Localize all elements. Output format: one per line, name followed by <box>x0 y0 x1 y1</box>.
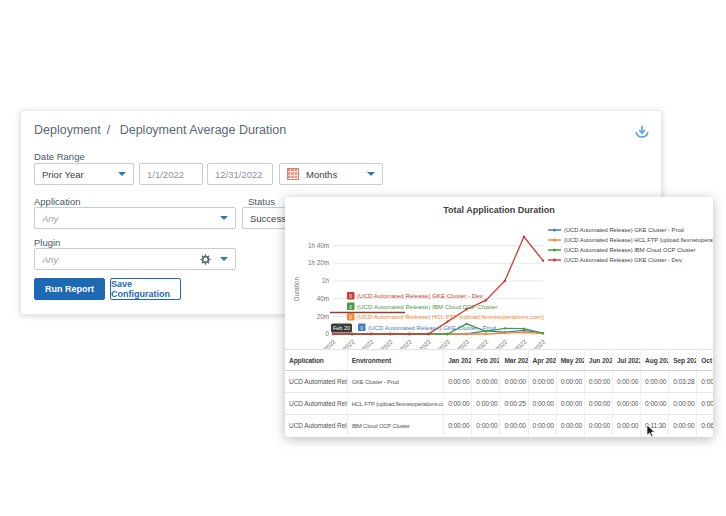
legend-marker-dot <box>553 258 556 261</box>
data-point[interactable] <box>465 333 467 335</box>
table-column-header[interactable]: May 2022 <box>556 350 584 371</box>
legend-item[interactable]: (UCD Automated Release) HCL FTP (upload.… <box>548 237 713 243</box>
data-point[interactable] <box>446 333 448 335</box>
table-cell: 0:03:28 <box>669 371 697 393</box>
download-report-button[interactable] <box>633 123 651 141</box>
table-column-header[interactable]: Jun 2022 <box>584 350 612 371</box>
table-cell: 0:06:24 <box>697 415 713 437</box>
application-value: Any <box>42 213 214 224</box>
date-range-label: Date Range <box>34 151 85 162</box>
status-label: Status <box>248 196 275 207</box>
table-cell: 0:00:00 <box>444 371 472 393</box>
table-column-header[interactable]: Mar 2022 <box>500 350 528 371</box>
legend-label: (UCD Automated Release) HCL FTP (upload.… <box>564 237 713 243</box>
data-point[interactable] <box>523 331 525 333</box>
table-cell: 0:00:00 <box>472 371 500 393</box>
data-point[interactable] <box>542 259 544 261</box>
legend-item[interactable]: (UCD Automated Release) GKE Cluster - Pr… <box>548 227 684 233</box>
data-point[interactable] <box>523 327 525 329</box>
calendar-grid-icon <box>287 168 299 180</box>
table-cell: GKE Cluster - Prod <box>347 371 443 393</box>
y-tick-label: 1h <box>322 277 330 284</box>
plugin-value: Any <box>42 254 200 265</box>
data-point[interactable] <box>389 333 391 335</box>
axis-tooltip-label: Feb 20 <box>333 325 350 331</box>
chart-title: Total Application Duration <box>443 205 555 215</box>
table-cell: 0:00:00 <box>528 393 556 415</box>
data-point[interactable] <box>504 327 506 329</box>
table-cell: 0:00:00 <box>641 371 669 393</box>
start-date-input[interactable] <box>139 163 203 185</box>
table-cell: 0:00:00 <box>528 415 556 437</box>
data-point[interactable] <box>370 333 372 335</box>
y-tick-label: 0 <box>325 330 329 337</box>
table-column-header[interactable]: Sep 2022 <box>669 350 697 371</box>
interval-select[interactable]: Months <box>279 163 383 185</box>
report-result-panel: Total Application Duration020m40m1h1h 20… <box>285 197 713 437</box>
data-point[interactable] <box>485 330 487 332</box>
chevron-down-icon <box>118 172 126 176</box>
x-tick-label: Jul 2022 <box>430 337 452 349</box>
plugin-select[interactable]: Any <box>34 248 236 270</box>
table-cell: 0:00:00 <box>669 415 697 437</box>
table-column-header[interactable]: Jan 2022 <box>444 350 472 371</box>
breadcrumb-section[interactable]: Deployment <box>34 123 101 137</box>
table-column-header[interactable]: Apr 2022 <box>528 350 556 371</box>
application-select[interactable]: Any <box>34 207 236 229</box>
table-cell: 0:00:00 <box>612 371 640 393</box>
page-title: Deployment Average Duration <box>120 123 287 137</box>
table-cell: 0:00:00 <box>584 415 612 437</box>
table-column-header[interactable]: Application <box>285 350 347 371</box>
tooltip-label: (UCD Automated Release) GKE Cluster - Pr… <box>368 324 496 331</box>
plugin-label: Plugin <box>34 237 60 248</box>
x-tick-label: Apr 2022 <box>371 337 394 349</box>
table-cell: 0:00:00 <box>584 371 612 393</box>
interval-value: Months <box>306 169 361 180</box>
x-tick-label: Jan 2022 <box>314 337 337 349</box>
duration-table: ApplicationEnvironmentJan 2022Feb 2022Ma… <box>285 349 713 436</box>
y-tick-label: 1h 40m <box>308 242 329 249</box>
application-label: Application <box>34 196 80 207</box>
duration-chart[interactable]: Total Application Duration020m40m1h1h 20… <box>285 197 713 349</box>
tooltip-row: 0(UCD Automated Release) HCL FTP (upload… <box>347 313 544 321</box>
legend-label: (UCD Automated Release) GKE Cluster - De… <box>564 257 682 263</box>
table-header-row: ApplicationEnvironmentJan 2022Feb 2022Ma… <box>285 350 713 371</box>
table-cell: 0:00:00 <box>697 371 713 393</box>
data-point[interactable] <box>332 333 334 335</box>
tooltip-row: 0(UCD Automated Release) IBM Cloud OCP C… <box>347 303 497 311</box>
data-point[interactable] <box>485 299 487 301</box>
data-point[interactable] <box>427 333 429 335</box>
data-point[interactable] <box>542 332 544 334</box>
x-tick-label: Jun 2022 <box>409 337 432 349</box>
table-column-header[interactable]: Jul 2022 <box>612 350 640 371</box>
table-cell: 0:00:00 <box>500 415 528 437</box>
table-column-header[interactable]: Environment <box>347 350 443 371</box>
table-cell: 0:00:25 <box>500 393 528 415</box>
data-point[interactable] <box>485 333 487 335</box>
table-cell: 0:00:00 <box>556 415 584 437</box>
chevron-down-icon <box>220 216 228 220</box>
legend-item[interactable]: (UCD Automated Release) GKE Cluster - De… <box>548 257 682 263</box>
table-cell: UCD Automated Release <box>285 371 347 393</box>
data-point[interactable] <box>504 280 506 282</box>
table-cell: 0:00:00 <box>500 371 528 393</box>
data-point[interactable] <box>351 333 353 335</box>
table-column-header[interactable]: Feb 2022 <box>472 350 500 371</box>
legend-marker-dot <box>553 248 556 251</box>
data-point[interactable] <box>446 320 448 322</box>
table-cell: 0:00:00 <box>528 371 556 393</box>
run-report-button[interactable]: Run Report <box>34 278 105 300</box>
date-range-preset-select[interactable]: Prior Year <box>34 163 134 185</box>
save-configuration-button[interactable]: Save Configuration <box>110 278 181 300</box>
download-icon <box>633 123 651 141</box>
y-axis-label: Duration <box>293 277 300 301</box>
data-point[interactable] <box>408 333 410 335</box>
tooltip-row: 0(UCD Automated Release) GKE Cluster - D… <box>347 292 484 300</box>
data-point[interactable] <box>504 332 506 334</box>
end-date-input[interactable] <box>207 163 273 185</box>
table-column-header[interactable]: Aug 2022 <box>641 350 669 371</box>
table-column-header[interactable]: Oct 2022 <box>697 350 713 371</box>
legend-item[interactable]: (UCD Automated Release) IBM Cloud OCP Cl… <box>548 247 695 253</box>
data-point[interactable] <box>523 236 525 238</box>
legend-marker-dot <box>553 228 556 231</box>
